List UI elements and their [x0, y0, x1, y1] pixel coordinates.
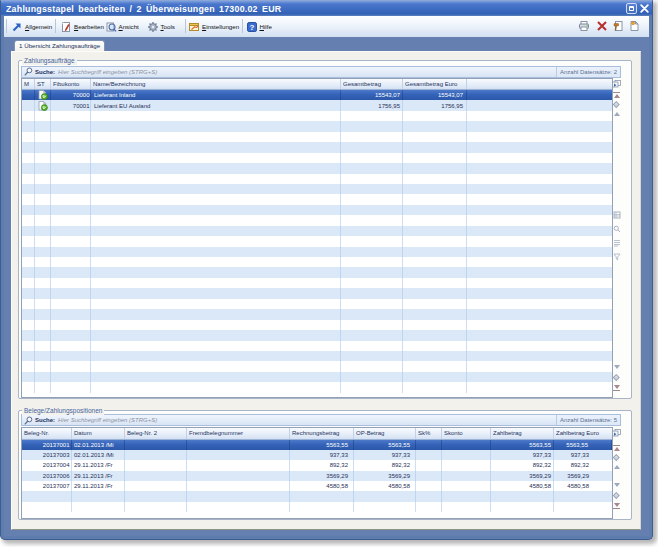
- menu-item-tools[interactable]: Tools: [147, 16, 175, 37]
- search-bar[interactable]: Suche:Hier Suchbegriff eingeben (STRG+S)…: [21, 66, 621, 78]
- cell: [22, 351, 35, 361]
- table-row[interactable]: 2013700429.11.2013 /Fr892,32892,32892,32…: [22, 460, 612, 470]
- cell: [22, 257, 35, 267]
- scroll-to-first-icon[interactable]: [612, 444, 621, 451]
- table-row[interactable]: 2013700629.11.2013 /Fr3569,293569,293569…: [22, 471, 612, 481]
- document-hammer-button[interactable]: [612, 20, 624, 32]
- cell: 892,32: [491, 460, 554, 470]
- scroll-up-icon[interactable]: [612, 112, 621, 116]
- menu-item-allgemein[interactable]: Allgemein: [11, 16, 52, 37]
- column-header[interactable]: Beleg-Nr. 2: [125, 428, 187, 439]
- table-row[interactable]: 2013700102.01.2013 /Mi5563,555563,555563…: [22, 440, 612, 450]
- cell: [22, 174, 35, 184]
- column-header[interactable]: Gesamtbetrag Euro: [403, 79, 467, 90]
- cell: 20137006: [22, 471, 72, 481]
- column-header[interactable]: Gesamtbetrag: [341, 79, 403, 90]
- close-button[interactable]: [639, 3, 650, 14]
- cell: [35, 361, 51, 371]
- cell: [35, 351, 51, 361]
- column-chooser-icon[interactable]: [612, 429, 621, 437]
- scroll-down-icon[interactable]: [612, 483, 621, 487]
- column-header[interactable]: [467, 79, 613, 90]
- column-header[interactable]: Fibukonto: [51, 79, 91, 90]
- column-header[interactable]: Zahlbetrag: [491, 428, 554, 439]
- column-header[interactable]: Rechnungsbetrag: [290, 428, 354, 439]
- cell: [22, 153, 35, 163]
- cell: 892,32: [354, 460, 416, 470]
- cell: [467, 174, 613, 184]
- table-row[interactable]: 2013700729.11.2013 /Fr4580,584580,584580…: [22, 481, 612, 491]
- column-header[interactable]: Skonto: [442, 428, 491, 439]
- table-row-empty: [22, 320, 612, 330]
- cell: [35, 132, 51, 142]
- titlebar-buttons: [626, 3, 650, 14]
- grid-tool-funnel-icon[interactable]: [613, 253, 621, 261]
- cell: [467, 226, 613, 236]
- menu-item-ansicht[interactable]: Ansicht: [105, 16, 139, 37]
- grid-tool-magnifier-icon[interactable]: [613, 225, 621, 233]
- nav-diamond-down-icon[interactable]: [612, 375, 621, 380]
- cell: [91, 309, 341, 319]
- scroll-to-last-icon[interactable]: [612, 385, 621, 392]
- cell: [22, 121, 35, 131]
- cell: [467, 153, 613, 163]
- cell: [91, 132, 341, 142]
- title-bar[interactable]: Zahlungsstapel bearbeiten / 2 Überweisun…: [1, 1, 652, 16]
- scroll-to-last-icon[interactable]: [612, 503, 621, 510]
- cell: [403, 351, 467, 361]
- cell: 70001: [51, 100, 91, 110]
- cell: [467, 142, 613, 152]
- column-header[interactable]: Fremdbelegnummer: [187, 428, 290, 439]
- document-new-button[interactable]: [628, 20, 640, 32]
- table-row-empty: [22, 491, 612, 501]
- column-header[interactable]: ST: [35, 79, 51, 90]
- column-header[interactable]: Datum: [72, 428, 125, 439]
- nav-diamond-down-icon[interactable]: [612, 493, 621, 498]
- column-header[interactable]: Name/Bezeichnung: [91, 79, 341, 90]
- groupbox-legend: Zahlungsaufträge: [22, 57, 77, 65]
- column-chooser-icon[interactable]: [612, 80, 621, 88]
- table-row[interactable]: 2013700302.01.2013 /Mi937,33937,33937,33…: [22, 450, 612, 460]
- search-placeholder[interactable]: Hier Suchbegriff eingeben (STRG+S): [58, 69, 157, 75]
- scroll-down-icon[interactable]: [612, 365, 621, 369]
- search-placeholder[interactable]: Hier Suchbegriff eingeben (STRG+S): [58, 417, 157, 423]
- menu-item-hilfe[interactable]: ?Hilfe: [246, 16, 272, 37]
- cell: [22, 278, 35, 288]
- search-bar[interactable]: Suche:Hier Suchbegriff eingeben (STRG+S)…: [21, 414, 621, 426]
- cell: [91, 215, 341, 225]
- nav-diamond-up-icon[interactable]: [612, 102, 621, 107]
- cell: [51, 142, 91, 152]
- cell: [35, 320, 51, 330]
- groupbox-legend: Belege/Zahlungspositionen: [22, 407, 104, 415]
- restore-button[interactable]: [626, 3, 637, 14]
- cell: [22, 194, 35, 204]
- column-header[interactable]: M: [22, 79, 35, 90]
- cell: [403, 174, 467, 184]
- menu-item-einstellungen[interactable]: Einstellungen: [188, 16, 239, 37]
- delete-button[interactable]: [596, 20, 608, 32]
- cell: [35, 111, 51, 121]
- menu-item-bearbeiten[interactable]: Bearbeiten: [60, 16, 104, 37]
- scroll-to-first-icon[interactable]: [612, 91, 621, 98]
- cell: [22, 226, 35, 236]
- nav-diamond-up-icon[interactable]: [612, 455, 621, 460]
- print-button[interactable]: [578, 20, 590, 32]
- cell: [403, 247, 467, 257]
- table-row-empty: [22, 372, 612, 382]
- table-row[interactable]: 70001Lieferant EU Ausland1756,951756,95: [22, 100, 612, 110]
- table-row[interactable]: 70000Lieferant Inland15543,0715543,07: [22, 90, 612, 100]
- cell: 5563,55: [354, 440, 416, 450]
- column-header[interactable]: Sk%: [416, 428, 442, 439]
- cell: [125, 502, 187, 512]
- search-icon: [24, 67, 33, 76]
- tab-uebersicht-zahlungsauftraege[interactable]: 1 Übersicht Zahlungsaufträge: [14, 40, 105, 51]
- cell: [35, 100, 51, 110]
- scroll-up-icon[interactable]: [612, 465, 621, 469]
- column-header[interactable]: OP-Betrag: [354, 428, 416, 439]
- cell: [51, 341, 91, 351]
- grid-tool-grid-icon[interactable]: [613, 211, 621, 219]
- column-header[interactable]: Beleg-Nr.: [22, 428, 72, 439]
- cell: 937,33: [290, 450, 354, 460]
- grid-tool-list-icon[interactable]: [613, 239, 621, 247]
- column-header[interactable]: Zahlbetrag Euro: [554, 428, 612, 439]
